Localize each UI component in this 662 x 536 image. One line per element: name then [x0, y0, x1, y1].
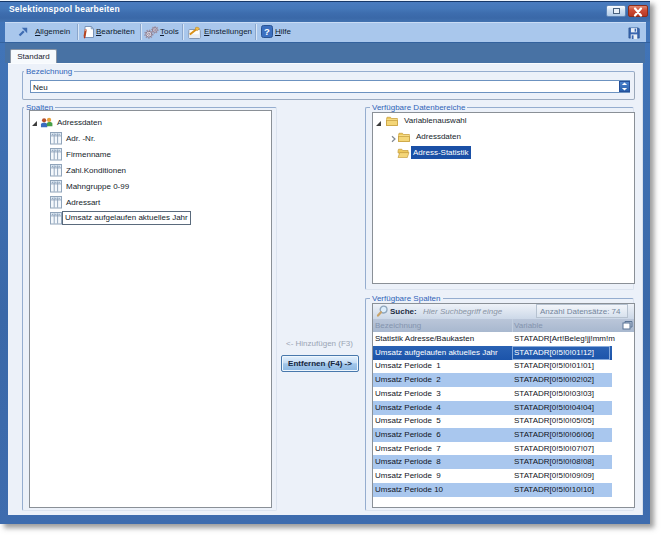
svg-text:?: ?	[264, 26, 270, 37]
